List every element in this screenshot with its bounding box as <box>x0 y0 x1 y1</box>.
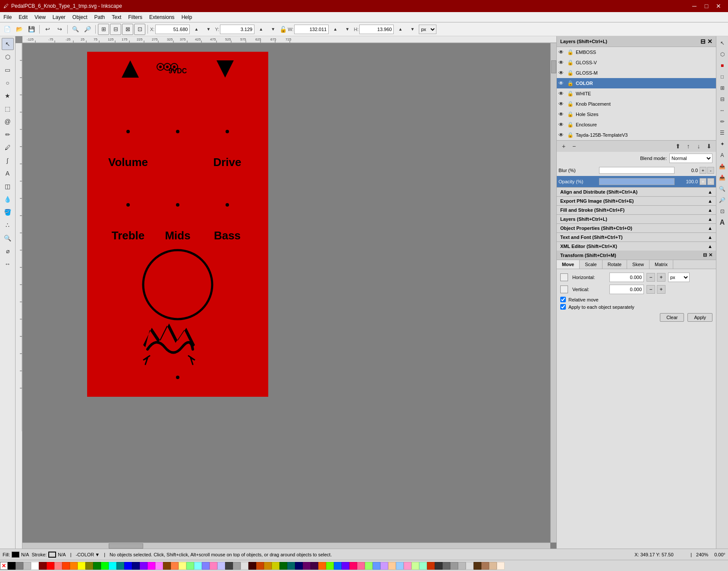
swatch-salmon[interactable] <box>357 562 365 570</box>
remove-layer-btn[interactable]: − <box>570 142 578 151</box>
blur-dec[interactable]: - <box>707 167 714 174</box>
palette-none[interactable]: × <box>0 562 8 570</box>
horizontal-scrollbar[interactable] <box>22 543 550 549</box>
x-dec[interactable]: ▼ <box>203 24 214 35</box>
layer-dropdown-icon[interactable]: ▼ <box>95 552 100 557</box>
ri-layers[interactable]: ⊞ <box>717 83 728 93</box>
node-tool[interactable]: ⬡ <box>2 51 14 63</box>
ri-fill[interactable]: □ <box>717 72 728 82</box>
align-header[interactable]: Align and Distribute (Shift+Ctrl+A) ▲ <box>557 188 716 196</box>
blend-mode-select[interactable]: Normal Multiply Screen Overlay <box>669 154 712 163</box>
glossm-visibility-icon[interactable]: 👁 <box>559 70 565 76</box>
y-inc[interactable]: ▲ <box>255 24 267 35</box>
horiz-dec[interactable]: − <box>646 273 655 282</box>
swatch-cream[interactable] <box>497 562 505 570</box>
swatch-dark-gray[interactable] <box>225 562 233 570</box>
snap-button-2[interactable]: ⊟ <box>110 24 121 35</box>
layer-row-emboss[interactable]: 👁 🔒 EMBOSS <box>557 47 716 57</box>
layer-to-bottom[interactable]: ⬇ <box>705 142 713 151</box>
swatch-dark-purple[interactable] <box>303 562 311 570</box>
blur-inc[interactable]: + <box>700 167 706 174</box>
white-lock-icon[interactable]: 🔒 <box>567 91 574 97</box>
snap-button-1[interactable]: ⊞ <box>98 24 109 35</box>
zoom-out-button[interactable]: 🔎 <box>82 24 93 35</box>
spiral-tool[interactable]: @ <box>2 116 14 128</box>
objprops-header[interactable]: Object Properties (Shift+Ctrl+O) ▲ <box>557 224 716 232</box>
swatch-baby-blue[interactable] <box>396 562 404 570</box>
tayda-visibility-icon[interactable]: 👁 <box>559 132 565 138</box>
textfont-header[interactable]: Text and Font (Shift+Ctrl+T) ▲ <box>557 233 716 242</box>
ri-font[interactable]: A <box>717 150 728 160</box>
ri-import[interactable]: 📥 <box>717 173 728 183</box>
transform-close[interactable]: ✕ <box>709 252 712 258</box>
swatch-light-blue[interactable] <box>202 562 210 570</box>
swatch-hot-pink[interactable] <box>349 562 357 570</box>
swatch-burnt-orange[interactable] <box>256 562 264 570</box>
swatch-medium-gray[interactable] <box>442 562 450 570</box>
zoom-tool[interactable]: 🔍 <box>2 232 14 244</box>
x-inc[interactable]: ▲ <box>191 24 202 35</box>
swatch-maroon[interactable] <box>39 562 47 570</box>
x-input[interactable] <box>155 25 190 34</box>
vert-dec[interactable]: − <box>646 285 655 294</box>
menu-extensions[interactable]: Extensions <box>146 12 178 22</box>
horizontal-input[interactable] <box>609 273 644 282</box>
relative-move-checkbox[interactable] <box>560 297 566 302</box>
swatch-dark-red[interactable] <box>248 562 256 570</box>
swatch-brown[interactable] <box>163 562 171 570</box>
swatch-cornflower[interactable] <box>334 562 342 570</box>
hole-visibility-icon[interactable]: 👁 <box>559 111 565 117</box>
clear-button[interactable]: Clear <box>660 313 684 322</box>
knob-visibility-icon[interactable]: 👁 <box>559 101 565 107</box>
swatch-orange2[interactable] <box>318 562 326 570</box>
zoom-in-button[interactable]: 🔍 <box>70 24 81 35</box>
layers-panel-close[interactable]: ✕ <box>707 38 712 45</box>
ellipse-tool[interactable]: ○ <box>2 77 14 89</box>
swatch-orchid[interactable] <box>380 562 388 570</box>
swatch-blue[interactable] <box>124 562 132 570</box>
pedal-svg[interactable]: 9VDC Volume <box>87 52 268 397</box>
swatch-orange[interactable] <box>70 562 78 570</box>
swatch-teal[interactable] <box>116 562 124 570</box>
swatch-orange-red[interactable] <box>62 562 70 570</box>
menu-layer[interactable]: Layer <box>49 12 69 22</box>
swatch-peach[interactable] <box>171 562 179 570</box>
export-header[interactable]: Export PNG Image (Shift+Ctrl+E) ▲ <box>557 197 716 205</box>
white-visibility-icon[interactable]: 👁 <box>559 91 565 97</box>
menu-text[interactable]: Text <box>108 12 125 22</box>
layer-row-white[interactable]: 👁 🔒 WHITE <box>557 88 716 99</box>
fill-header[interactable]: Fill and Stroke (Shift+Ctrl+F) ▲ <box>557 206 716 214</box>
layer-up[interactable]: ↑ <box>684 142 693 151</box>
measure-tool[interactable]: ↔ <box>2 258 14 270</box>
layer-down[interactable]: ↓ <box>694 142 703 151</box>
ri-transform[interactable]: ↔ <box>717 105 728 116</box>
glossv-lock-icon[interactable]: 🔒 <box>567 60 574 66</box>
close-button[interactable]: ✕ <box>712 0 725 12</box>
menu-path[interactable]: Path <box>91 12 109 22</box>
menu-view[interactable]: View <box>31 12 49 22</box>
text-tool[interactable]: A <box>2 167 14 179</box>
minimize-button[interactable]: ─ <box>688 0 700 12</box>
tab-rotate[interactable]: Rotate <box>602 260 627 269</box>
apply-each-checkbox[interactable] <box>560 304 566 310</box>
swatch-rose[interactable] <box>210 562 217 570</box>
save-button[interactable]: 💾 <box>26 24 37 35</box>
layer-row-enclosure[interactable]: 👁 🔒 Enclosure <box>557 119 716 130</box>
tab-matrix[interactable]: Matrix <box>650 260 673 269</box>
layers2-header[interactable]: Layers (Shift+Ctrl+L) ▲ <box>557 215 716 223</box>
ri-export[interactable]: 📤 <box>717 161 728 172</box>
horizontal-unit[interactable]: pxmmin <box>668 273 690 282</box>
w-inc[interactable]: ▲ <box>329 24 341 35</box>
swatch-black[interactable] <box>8 562 16 570</box>
swatch-lavender[interactable] <box>217 562 225 570</box>
swatch-olive[interactable] <box>85 562 93 570</box>
spray-tool[interactable]: ∴ <box>2 219 14 231</box>
swatch-pink[interactable] <box>54 562 62 570</box>
menu-help[interactable]: Help <box>178 12 196 22</box>
horiz-inc[interactable]: + <box>657 273 665 282</box>
maximize-button[interactable]: □ <box>700 0 712 12</box>
menu-object[interactable]: Object <box>69 12 91 22</box>
swatch-light-pink[interactable] <box>155 562 163 570</box>
vertical-input[interactable] <box>609 285 644 294</box>
enclosure-visibility-icon[interactable]: 👁 <box>559 122 565 128</box>
